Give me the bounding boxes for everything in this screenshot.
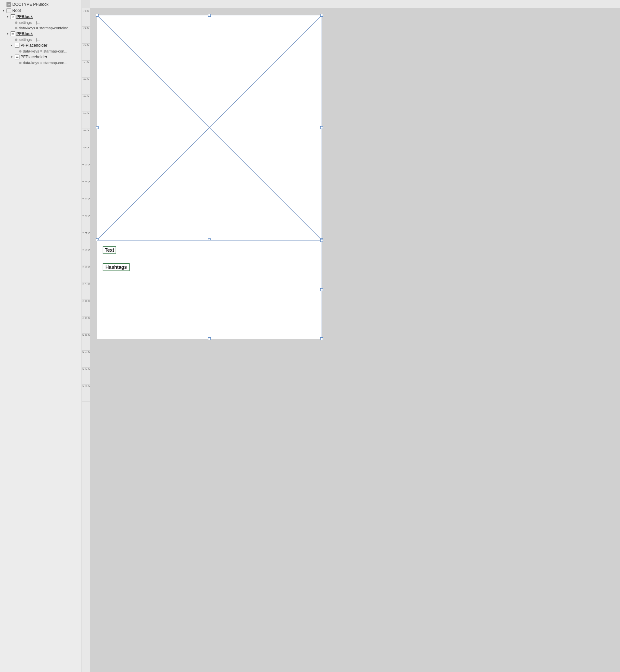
root-icon: [6, 8, 11, 13]
ruler-mark-150: 150: [82, 248, 90, 265]
canvas-content: Text Hashtags: [90, 8, 620, 418]
ruler-mark-160: 160: [82, 265, 90, 282]
settings1-dot: [15, 21, 17, 24]
ruler-mark-40: 40: [82, 61, 90, 78]
hashtags-label[interactable]: Hashtags: [103, 263, 130, 271]
ruler-mark-220: 220: [82, 368, 90, 385]
ruler-mark-100: 100: [82, 163, 90, 180]
doctype-label: DOCTYPE PFBlock: [12, 2, 48, 7]
pfblock1-label: PFBlock: [16, 14, 33, 19]
ruler-mark-140: 140: [82, 231, 90, 248]
pfblock2-icon: [11, 31, 15, 36]
ruler-mark-110: 110: [82, 180, 90, 197]
ruler-mark-230: 230: [82, 385, 90, 402]
sidebar-item-pfblock1[interactable]: ▾ PFBlock: [0, 14, 82, 20]
pfplaceholder2-chevron: ▾: [10, 55, 14, 59]
pfblock1-icon: [11, 14, 15, 19]
sidebar: ## DOCTYPE PFBlock ▾ Root ▾ PFBlock sett…: [0, 0, 82, 672]
text-block-handle-mr[interactable]: [320, 288, 323, 291]
pfplaceholder1-icon: [15, 43, 19, 48]
root-chevron: ▾: [1, 9, 5, 13]
sidebar-item-datakeys2[interactable]: data-keys = starmap-con...: [0, 48, 82, 54]
ruler-mark-180: 180: [82, 300, 90, 317]
sidebar-item-pfblock2[interactable]: ▾ PFBlock: [0, 31, 82, 37]
text-hashtags-block[interactable]: Text Hashtags: [97, 240, 322, 339]
pfplaceholder2-label: PFPlaceholder: [20, 55, 47, 59]
ruler-corner: [82, 0, 90, 8]
sidebar-item-datakeys1[interactable]: data-keys = starmap-containe...: [0, 25, 82, 31]
text-block-handle-br[interactable]: [320, 337, 323, 340]
text-block-handle-tr[interactable]: [320, 239, 323, 242]
datakeys3-label: data-keys = starmap-con...: [23, 61, 68, 65]
canvas-scroll[interactable]: Text Hashtags: [90, 8, 620, 672]
ruler-mark-190: 190: [82, 317, 90, 334]
ruler-mark-170: 170: [82, 282, 90, 300]
handle-tc[interactable]: [208, 14, 211, 17]
pfplaceholder1-chevron: ▾: [10, 43, 14, 47]
placeholder-x-svg: [97, 15, 322, 240]
ruler-mark-80: 80: [82, 129, 90, 146]
handle-tr[interactable]: [320, 14, 323, 17]
pfblock2-label: PFBlock: [16, 31, 33, 36]
sidebar-item-settings1[interactable]: settings = {...: [0, 20, 82, 25]
wireframe-container: Text Hashtags: [97, 15, 613, 339]
doctype-icon: ##: [6, 2, 11, 7]
canvas-area: 10 20 30 40 50 60 70 80 90 100 110 120 1…: [82, 0, 620, 672]
ruler-mark-60: 60: [82, 95, 90, 112]
pfblock2-chevron: ▾: [5, 32, 10, 36]
ruler-top: [90, 0, 620, 8]
sidebar-item-pfplaceholder1[interactable]: ▾ PFPlaceholder: [0, 42, 82, 48]
settings2-label: settings = {...: [19, 38, 40, 42]
handle-mr[interactable]: [320, 126, 323, 129]
ruler-mark-90: 90: [82, 146, 90, 163]
text-label[interactable]: Text: [103, 246, 116, 254]
root-label: Root: [12, 8, 21, 13]
ruler-mark-130: 130: [82, 214, 90, 231]
sidebar-item-datakeys3[interactable]: data-keys = starmap-con...: [0, 60, 82, 65]
datakeys1-dot: [15, 27, 17, 29]
handle-tl[interactable]: [96, 14, 99, 17]
ruler-mark-50: 50: [82, 78, 90, 95]
handle-ml[interactable]: [96, 126, 99, 129]
ruler-mark-200: 200: [82, 334, 90, 351]
settings2-dot: [15, 39, 17, 41]
ruler-left: 10 20 30 40 50 60 70 80 90 100 110 120 1…: [82, 8, 90, 672]
sidebar-item-doctype[interactable]: ## DOCTYPE PFBlock: [0, 1, 82, 8]
ruler-mark-70: 70: [82, 112, 90, 129]
text-block-handle-bc[interactable]: [208, 337, 211, 340]
ruler-mark-10: 10: [82, 10, 90, 27]
settings1-label: settings = {...: [19, 20, 40, 25]
ruler-mark-120: 120: [82, 197, 90, 214]
sidebar-item-root[interactable]: ▾ Root: [0, 8, 82, 14]
datakeys2-label: data-keys = starmap-con...: [23, 49, 68, 53]
ruler-mark-30: 30: [82, 44, 90, 61]
datakeys3-dot: [19, 62, 21, 64]
pfplaceholder2-icon: [15, 55, 19, 59]
placeholder-image-block[interactable]: [97, 15, 322, 240]
pfplaceholder1-label: PFPlaceholder: [20, 43, 47, 48]
datakeys2-dot: [19, 50, 21, 53]
ruler-mark-210: 210: [82, 351, 90, 368]
pfblock1-chevron: ▾: [5, 15, 10, 19]
sidebar-item-pfplaceholder2[interactable]: ▾ PFPlaceholder: [0, 54, 82, 60]
ruler-marks-container: 10 20 30 40 50 60 70 80 90 100 110 120 1…: [82, 8, 90, 402]
ruler-mark-20: 20: [82, 27, 90, 44]
sidebar-item-settings2[interactable]: settings = {...: [0, 37, 82, 42]
datakeys1-label: data-keys = starmap-containe...: [19, 26, 71, 30]
